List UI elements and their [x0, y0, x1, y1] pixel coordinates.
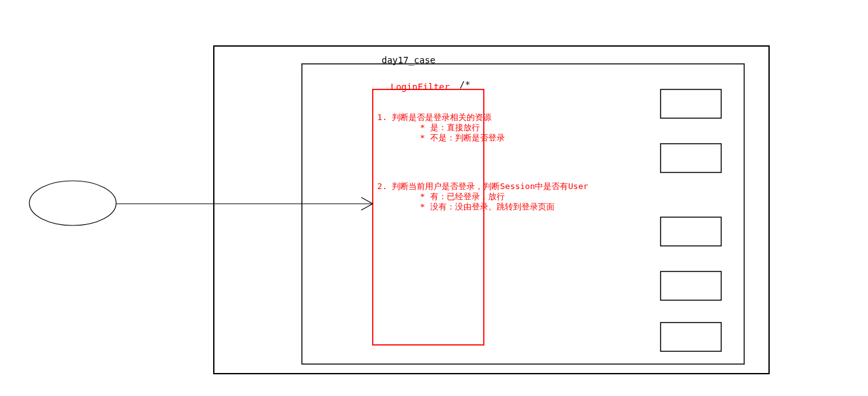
client-ellipse: [29, 181, 116, 225]
step2-bullet2: * 没有：没由登录。跳转到登录页面: [420, 201, 555, 213]
diagram-container: day17_case LoginFilter /* 1. 判断是否是登录相关的资…: [0, 0, 868, 396]
resource-box-1: [661, 89, 721, 118]
outer-title-label: day17_case: [382, 55, 435, 65]
resource-box-4: [661, 271, 721, 300]
url-pattern-label: /*: [460, 79, 470, 89]
request-arrow-head-top: [361, 197, 373, 204]
resource-box-2: [661, 144, 721, 172]
inner-container-box: [302, 64, 744, 364]
request-arrow-head-bottom: [361, 204, 373, 210]
resource-box-5: [661, 323, 721, 351]
resource-box-3: [661, 217, 721, 246]
step1-bullet2: * 不是：判断是否登录: [420, 132, 505, 144]
filter-name-label: LoginFilter: [391, 82, 450, 92]
